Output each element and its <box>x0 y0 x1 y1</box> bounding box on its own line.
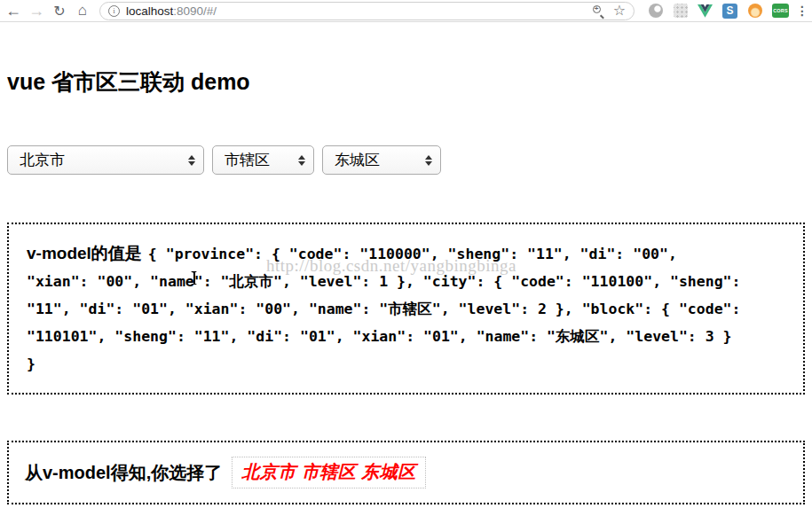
home-icon[interactable]: ⌂ <box>71 1 94 21</box>
extension-swirl-icon[interactable] <box>648 4 663 19</box>
bookmark-star-icon[interactable]: ☆ <box>613 4 626 18</box>
page-info-icon[interactable]: i <box>108 5 120 17</box>
reload-icon[interactable]: ↻ <box>48 1 71 21</box>
select-stepper-icon <box>179 155 195 166</box>
extension-cors-icon[interactable]: CORS <box>772 4 789 18</box>
address-bar[interactable]: i localhost:8090/#/ + ☆ <box>99 2 635 20</box>
vmodel-line-1: v-model的值是{ "province": { "code": "11000… <box>27 239 785 268</box>
vmodel-json-line1: { "province": { "code": "110000", "sheng… <box>148 246 677 262</box>
selection-result-box: 从v-model得知,你选择了 北京市 市辖区 东城区 <box>7 441 805 504</box>
page-content: vue 省市区三联动 demo 北京市 市辖区 东城区 v-mode <box>0 69 812 504</box>
vmodel-line-3: "11", "di": "01", "xian": "00", "name": … <box>27 295 785 323</box>
province-select-value: 北京市 <box>20 150 65 170</box>
extensions-row: S CORS <box>648 4 789 19</box>
vue-devtools-icon[interactable] <box>698 4 713 19</box>
url-path: :8090/#/ <box>173 4 217 18</box>
browser-menu-icon[interactable]: ⋮ <box>796 4 807 18</box>
vmodel-value-box: v-model的值是{ "province": { "code": "11000… <box>7 223 805 395</box>
extension-grid-icon[interactable] <box>673 4 688 19</box>
vmodel-line-5: } <box>27 350 785 378</box>
select-stepper-icon <box>416 155 432 166</box>
cascade-selects-row: 北京市 市辖区 东城区 <box>7 145 805 175</box>
vmodel-line-4: "110101", "sheng": "11", "di": "01", "xi… <box>27 323 785 350</box>
extension-s-icon[interactable]: S <box>722 4 737 19</box>
result-label: 从v-model得知,你选择了 <box>25 461 222 485</box>
page-title: vue 省市区三联动 demo <box>7 69 805 95</box>
back-icon[interactable]: ← <box>2 1 25 21</box>
result-selected-values: 北京市 市辖区 东城区 <box>232 457 426 488</box>
city-select[interactable]: 市辖区 <box>212 145 314 175</box>
vmodel-label: v-model的值是 <box>27 244 148 262</box>
district-select-value: 东城区 <box>335 150 380 170</box>
province-select[interactable]: 北京市 <box>7 145 204 175</box>
forward-icon[interactable]: → <box>25 1 48 21</box>
district-select[interactable]: 东城区 <box>322 145 441 175</box>
url-text: localhost:8090/#/ <box>126 4 217 18</box>
city-select-value: 市辖区 <box>225 150 270 170</box>
url-host: localhost <box>126 4 173 18</box>
browser-toolbar: ← → ↻ ⌂ i localhost:8090/#/ + ☆ S CORS ⋮ <box>0 0 812 22</box>
vmodel-line-2: "xian": "00", "name": "北京市", "level": 1 … <box>27 268 785 295</box>
extension-bird-icon[interactable] <box>747 4 762 19</box>
select-stepper-icon <box>289 155 305 166</box>
zoom-icon[interactable]: + <box>592 4 605 18</box>
